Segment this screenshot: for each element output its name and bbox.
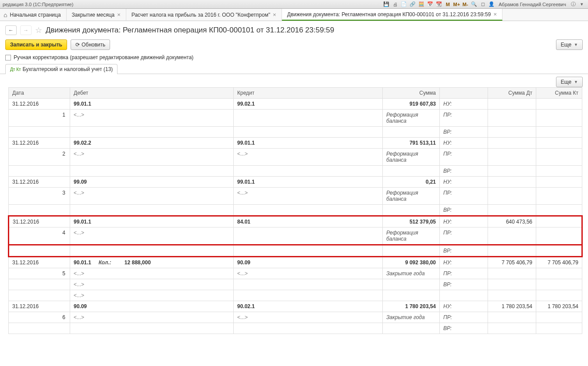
cell-debit: 90.01.1 Кол.: 12 888,000 [70, 257, 234, 268]
table-subrow[interactable]: 6<...><...>Закрытие годаПР: [9, 312, 582, 323]
cell-empty [536, 323, 582, 334]
menu-icon[interactable]: ▾ [578, 1, 585, 8]
cell-empty [536, 205, 582, 216]
cell-empty [488, 268, 536, 279]
button-label: Обновить [82, 42, 105, 48]
save-close-button[interactable]: Записать и закрыть [5, 39, 67, 50]
col-sum[interactable]: Сумма [383, 88, 440, 99]
tab-tax-calc[interactable]: Расчет налога на прибыль за 2016 г. ООО … [126, 9, 282, 21]
cell-flag-pr: ПР: [440, 268, 488, 279]
cell-flag-vr: ВР: [440, 166, 488, 177]
cell-desc: Реформация баланса [383, 149, 440, 166]
cell-debit-sub: <...> [70, 188, 234, 205]
table-row[interactable]: 31.12.201690.0990.02.11 780 203,54НУ:1 7… [9, 301, 582, 312]
col-sum-dt[interactable]: Сумма Дт [488, 88, 536, 99]
table-row[interactable]: 31.12.201699.02.299.01.1791 513,11НУ: [9, 138, 582, 149]
cell-debit-sub2 [70, 127, 234, 138]
cell-sum-kt [536, 177, 582, 188]
cell-empty [234, 205, 383, 216]
cell-date: 31.12.2016 [9, 216, 70, 227]
cell-debit-sub: <...> [70, 110, 234, 127]
memory-mminus-icon[interactable]: M- [462, 1, 469, 8]
cell-debit-sub2 [70, 323, 234, 334]
table-subrow[interactable]: ВР: [9, 323, 582, 334]
table-row[interactable]: 31.12.201699.0999.01.10,21НУ: [9, 177, 582, 188]
tab-label: Расчет налога на прибыль за 2016 г. ООО … [132, 12, 270, 18]
date-icon[interactable]: 📆 [435, 1, 442, 8]
close-icon[interactable]: × [493, 11, 497, 18]
cell-credit: 84.01 [234, 216, 383, 227]
cell-empty [536, 149, 582, 166]
cell-flag-vr: ВР: [440, 245, 488, 257]
table-row[interactable]: 31.12.201699.01.184.01512 379,05НУ:640 4… [9, 216, 582, 227]
cell-empty [234, 127, 383, 138]
zoom-icon[interactable]: 🔍 [470, 1, 478, 8]
cell-empty [383, 279, 440, 290]
close-icon[interactable]: × [117, 11, 121, 18]
cell-sum: 512 379,05 [383, 216, 440, 227]
table-subrow[interactable]: <...> [9, 290, 582, 301]
cell-flag-nu: НУ: [440, 301, 488, 312]
cell-empty [488, 127, 536, 138]
col-flags[interactable] [440, 88, 488, 99]
button-label: Еще [561, 79, 571, 85]
cell-flag-vr: ВР: [440, 323, 488, 334]
table-subrow[interactable]: 4<...>Реформация балансаПР: [9, 227, 582, 245]
table-subrow[interactable]: 2<...><...>Реформация балансаПР: [9, 149, 582, 166]
table-subrow[interactable]: ВР: [9, 166, 582, 177]
memory-m-icon[interactable]: M [444, 1, 451, 8]
col-date[interactable]: Дата [9, 88, 70, 99]
more-button[interactable]: Еще ▼ [556, 39, 583, 50]
tab-home[interactable]: ⌂ Начальная страница [0, 9, 67, 21]
back-button[interactable]: ← [5, 25, 17, 35]
table-subrow[interactable]: <...>ВР: [9, 279, 582, 290]
cell-debit-sub2 [70, 205, 234, 216]
cell-empty [536, 166, 582, 177]
table-subrow[interactable]: ВР: [9, 205, 582, 216]
cell-credit-sub: <...> [234, 149, 383, 166]
col-credit[interactable]: Кредит [234, 88, 383, 99]
manual-edit-checkbox[interactable] [5, 55, 11, 60]
table-row[interactable]: 31.12.201690.01.1 Кол.: 12 888,00090.099… [9, 257, 582, 268]
table-row[interactable]: 31.12.201699.01.199.02.1919 607,83НУ: [9, 99, 582, 110]
save-icon[interactable]: 💾 [383, 1, 390, 8]
cell-sum-dt [488, 138, 536, 149]
cell-rownum: 6 [9, 312, 70, 323]
col-debit[interactable]: Дебет [70, 88, 234, 99]
calc-icon[interactable]: 🧮 [418, 1, 425, 8]
table-subrow[interactable]: 3<...><...>Реформация балансаПР: [9, 188, 582, 205]
refresh-button[interactable]: ⟳ Обновить [71, 39, 110, 50]
table-subrow[interactable]: ВР: [9, 245, 582, 257]
cell-empty [488, 245, 536, 257]
info-icon[interactable]: ⓘ [570, 1, 577, 8]
memory-mplus-icon[interactable]: M+ [453, 1, 460, 8]
close-icon[interactable]: × [273, 11, 276, 18]
table-subrow[interactable]: ВР: [9, 127, 582, 138]
app-title: редакция 3.0 (1С:Предприятие) [3, 2, 73, 7]
subtabs: Дт Кт Бухгалтерский и налоговый учет (13… [0, 64, 588, 74]
table-subrow[interactable]: 1<...>Реформация балансаПР: [9, 110, 582, 127]
window-icon[interactable]: ◻ [479, 1, 486, 8]
cell-empty [9, 166, 70, 177]
cell-debit-sub: <...> [70, 149, 234, 166]
tab-closing-month[interactable]: Закрытие месяца × [67, 9, 126, 21]
tab-document-movements[interactable]: Движения документа: Регламентная операци… [282, 9, 502, 21]
print-icon[interactable]: 🖨 [392, 1, 399, 8]
col-sum-kt[interactable]: Сумма Кт [536, 88, 582, 99]
cell-sum-dt [488, 177, 536, 188]
cell-flag-nu: НУ: [440, 99, 488, 110]
forward-button: → [20, 25, 32, 35]
cell-sum-kt [536, 138, 582, 149]
user-name[interactable]: Абрамов Геннадий Сергеевич [497, 2, 568, 7]
cell-empty [536, 312, 582, 323]
calendar-icon[interactable]: 📅 [427, 1, 434, 8]
favorite-icon[interactable]: ☆ [35, 25, 42, 35]
app-topbar: редакция 3.0 (1С:Предприятие) 💾 🖨 📄 🔗 🧮 … [0, 0, 588, 9]
cell-sum-dt [488, 99, 536, 110]
subtab-accounting[interactable]: Дт Кт Бухгалтерский и налоговый учет (13… [5, 64, 118, 74]
table-subrow[interactable]: 5<...><...>Закрытие годаПР: [9, 268, 582, 279]
doc-icon[interactable]: 📄 [400, 1, 407, 8]
table-more-button[interactable]: Еще ▼ [556, 77, 583, 87]
link-icon[interactable]: 🔗 [409, 1, 416, 8]
cell-credit-sub: <...> [234, 188, 383, 205]
